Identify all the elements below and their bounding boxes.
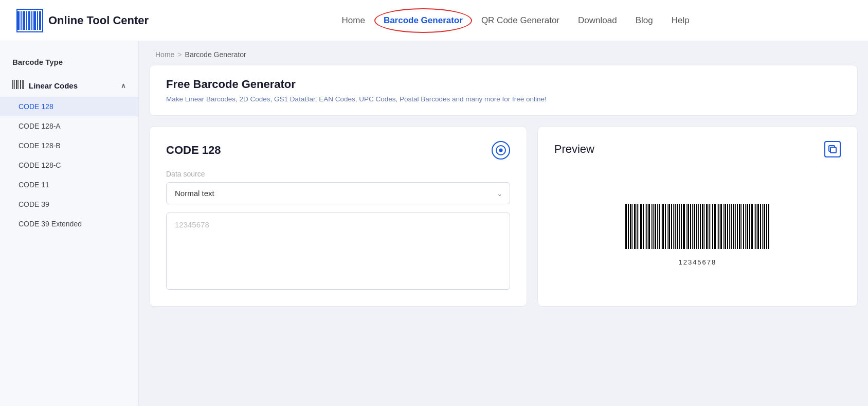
sidebar-item-code128c[interactable]: CODE 128-C [0,155,138,175]
svg-rect-32 [651,204,652,249]
svg-rect-6 [33,11,36,30]
sidebar-category-linear-codes[interactable]: Linear Codes ∧ [0,75,138,97]
svg-rect-22 [630,204,631,249]
svg-rect-13 [19,80,19,89]
breadcrumb-current: Barcode Generator [185,50,246,59]
sidebar-category-label: Linear Codes [29,81,78,90]
svg-rect-73 [735,204,736,249]
sidebar-item-code39[interactable]: CODE 39 [0,195,138,214]
svg-rect-15 [22,80,23,89]
hero-section: Free Barcode Generator Make Linear Barco… [149,65,858,116]
svg-rect-62 [712,204,713,249]
nav-qr-code-generator[interactable]: QR Code Generator [481,15,559,26]
main-nav: Home Barcode Generator QR Code Generator… [179,15,852,26]
logo-text: Online Tool Center [48,14,149,27]
svg-rect-64 [717,204,717,249]
linear-codes-icon [12,80,24,92]
svg-rect-58 [704,204,705,249]
nav-blog[interactable]: Blog [636,15,653,26]
breadcrumb-separator: > [177,50,182,59]
svg-rect-24 [634,204,636,249]
svg-rect-74 [737,204,738,249]
svg-rect-77 [743,204,744,249]
layout: Barcode Type Linear Codes ∧ [0,41,868,406]
svg-rect-71 [731,204,732,249]
svg-rect-80 [749,204,750,249]
main-content: Home > Barcode Generator Free Barcode Ge… [139,41,868,406]
sidebar-item-code128a[interactable]: CODE 128-A [0,116,138,136]
svg-rect-59 [706,204,708,249]
svg-rect-86 [762,204,763,249]
logo-icon [16,8,43,33]
svg-rect-34 [655,204,656,249]
svg-rect-63 [714,204,716,249]
sidebar-item-code128[interactable]: CODE 128 [0,97,138,116]
svg-rect-56 [700,204,701,249]
svg-rect-40 [667,204,667,249]
svg-rect-68 [725,204,726,249]
header: Online Tool Center Home Barcode Generato… [0,0,868,41]
svg-rect-2 [23,11,25,30]
svg-rect-46 [679,204,680,249]
sidebar-category-left: Linear Codes [12,80,78,92]
svg-rect-29 [645,204,645,249]
svg-rect-89 [768,204,769,249]
sidebar: Barcode Type Linear Codes ∧ [0,41,139,406]
breadcrumb-home[interactable]: Home [155,50,174,59]
svg-rect-50 [688,204,689,249]
sidebar-item-code39ext[interactable]: CODE 39 Extended [0,214,138,234]
svg-rect-66 [720,204,722,249]
barcode-text-input[interactable] [166,213,510,290]
svg-rect-75 [739,204,740,249]
svg-rect-81 [751,204,753,249]
nav-barcode-generator[interactable]: Barcode Generator [384,15,463,26]
data-source-wrapper: Normal text ⌄ [166,182,510,204]
svg-rect-53 [694,204,695,249]
svg-rect-39 [665,204,666,249]
sidebar-item-code11[interactable]: CODE 11 [0,175,138,195]
data-source-select[interactable]: Normal text [166,182,510,204]
svg-rect-57 [702,204,703,249]
svg-rect-51 [690,204,691,249]
svg-rect-38 [662,204,664,249]
svg-rect-67 [723,204,724,249]
nav-help[interactable]: Help [672,15,690,26]
svg-rect-4 [28,11,30,30]
svg-rect-69 [727,204,728,249]
svg-rect-14 [20,80,21,89]
svg-rect-16 [23,80,24,89]
svg-rect-33 [653,204,654,249]
svg-rect-48 [683,204,685,249]
svg-rect-78 [745,204,746,249]
svg-rect-5 [31,11,32,30]
svg-rect-87 [764,204,765,249]
svg-rect-25 [637,204,638,249]
hero-subtitle: Make Linear Barcodes, 2D Codes, GS1 Data… [166,95,841,103]
svg-rect-79 [747,204,748,249]
svg-rect-85 [760,204,761,249]
svg-rect-42 [671,204,672,249]
nav-home[interactable]: Home [342,15,365,26]
svg-rect-31 [648,204,650,249]
chevron-up-icon: ∧ [121,82,126,90]
svg-rect-28 [643,204,644,249]
preview-panel: Preview [537,126,858,307]
copy-button[interactable] [824,141,841,157]
nav-download[interactable]: Download [578,15,617,26]
svg-rect-82 [754,204,754,249]
settings-button[interactable] [492,141,510,160]
svg-rect-21 [628,204,629,249]
svg-rect-3 [26,11,27,30]
svg-rect-52 [692,204,693,249]
logo[interactable]: Online Tool Center [16,8,149,33]
svg-rect-35 [657,204,658,249]
svg-rect-41 [668,204,670,249]
svg-rect-26 [639,204,639,249]
svg-rect-47 [681,204,682,249]
svg-rect-1 [21,11,22,30]
svg-point-18 [499,149,502,152]
preview-header: Preview [554,141,841,157]
svg-rect-11 [14,80,15,89]
svg-rect-45 [677,204,678,249]
sidebar-item-code128b[interactable]: CODE 128-B [0,136,138,155]
